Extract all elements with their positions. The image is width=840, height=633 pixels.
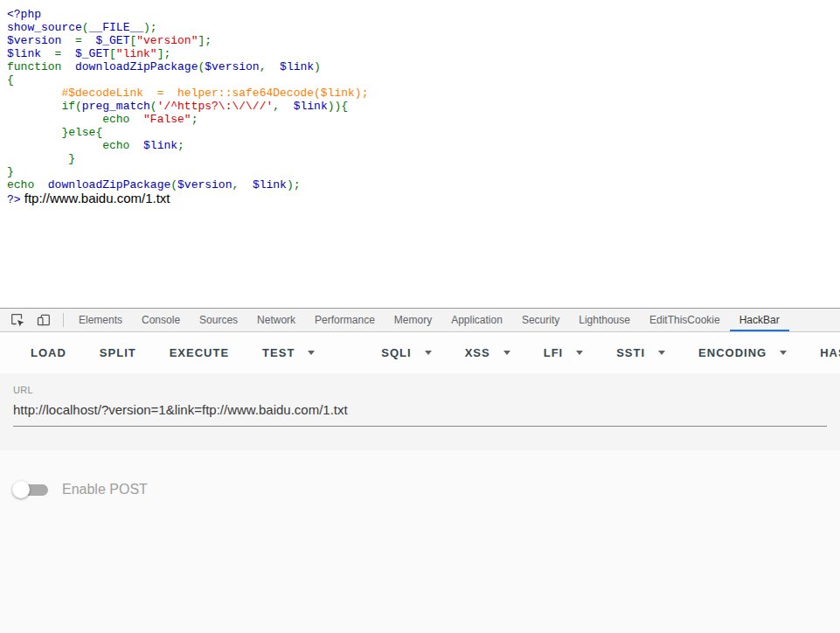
chevron-down-icon <box>308 351 315 355</box>
tab-lighthouse[interactable]: Lighthouse <box>569 309 640 331</box>
url-input[interactable] <box>13 395 827 427</box>
code-token: $_GET <box>75 47 109 60</box>
enable-post-toggle[interactable] <box>12 480 51 499</box>
php-source-code: <?php show_source(__FILE__); $version = … <box>7 8 840 206</box>
tab-security[interactable]: Security <box>512 309 569 331</box>
tab-network[interactable]: Network <box>247 309 305 331</box>
encoding-button[interactable]: ENCODING <box>698 346 787 359</box>
code-token: $version <box>7 34 75 47</box>
code-token: , <box>273 100 293 113</box>
code-token: ; <box>191 113 198 126</box>
device-toolbar-icon[interactable] <box>33 310 54 330</box>
toggle-knob <box>12 481 30 498</box>
code-token: = <box>75 34 95 47</box>
code-token: ]; <box>157 47 171 60</box>
browser-page-view: <?php show_source(__FILE__); $version = … <box>0 0 840 308</box>
code-token: "False" <box>143 113 191 126</box>
chevron-down-icon <box>503 351 510 355</box>
code-token: ( <box>150 100 157 113</box>
code-token: __FILE__ <box>89 21 143 34</box>
code-token: echo <box>7 113 143 126</box>
code-token: )){ <box>328 100 348 113</box>
button-label: SPLIT <box>100 346 136 359</box>
code-token: ]; <box>198 34 212 47</box>
button-label: TEST <box>262 346 295 359</box>
chevron-down-icon <box>658 351 665 355</box>
code-token: $link <box>7 47 55 60</box>
code-token: $link <box>253 178 287 191</box>
code-token: $link <box>294 100 328 113</box>
code-token: = <box>55 47 75 60</box>
execute-button[interactable]: EXECUTE <box>170 346 229 359</box>
code-token: downloadZipPackage <box>75 60 198 73</box>
code-token: #$decodeLink = helper::safe64Decode($lin… <box>7 87 368 100</box>
hackbar-toolbar: LOADSPLITEXECUTETESTSQLIXSSLFISSTIENCODI… <box>0 332 840 373</box>
tab-editthiscookie[interactable]: EditThisCookie <box>640 309 730 331</box>
code-token: ) <box>314 60 321 73</box>
code-token: { <box>7 73 14 87</box>
code-token: "link" <box>116 47 157 60</box>
enable-post-label: Enable POST <box>62 482 148 497</box>
code-token: ); <box>287 178 301 191</box>
code-token: } <box>7 165 14 178</box>
tab-performance[interactable]: Performance <box>305 309 385 331</box>
code-token: $link <box>280 60 314 73</box>
button-label: XSS <box>465 346 490 359</box>
chevron-down-icon <box>780 351 787 355</box>
tab-memory[interactable]: Memory <box>385 309 441 331</box>
button-label: ENCODING <box>698 346 767 359</box>
url-section: URL <box>0 373 840 450</box>
tab-application[interactable]: Application <box>441 309 512 331</box>
code-token: ( <box>170 178 177 191</box>
chevron-down-icon <box>425 351 432 355</box>
tabbar-separator <box>63 313 64 327</box>
code-token: <?php <box>7 8 41 21</box>
code-token: , <box>260 60 280 73</box>
code-token: echo <box>7 178 48 191</box>
code-token: ); <box>143 21 157 34</box>
code-token: '/^https?\:\/\//' <box>157 100 274 113</box>
devtools-tool-icons <box>0 309 58 331</box>
xss-button[interactable]: XSS <box>465 346 510 359</box>
tab-console[interactable]: Console <box>132 309 190 331</box>
chevron-down-icon <box>576 351 583 355</box>
tab-hackbar[interactable]: HackBar <box>730 309 789 331</box>
code-token: function <box>7 60 75 73</box>
code-token: echo <box>7 139 143 152</box>
devtools-tabbar: ElementsConsoleSourcesNetworkPerformance… <box>0 309 840 332</box>
split-button[interactable]: SPLIT <box>100 346 136 359</box>
code-token: $version <box>205 60 259 73</box>
sqli-button[interactable]: SQLI <box>381 346 431 359</box>
url-field-label: URL <box>13 385 827 395</box>
code-token: ( <box>82 21 89 34</box>
button-label: SQLI <box>381 346 411 359</box>
button-label: LFI <box>544 346 564 359</box>
code-token: ftp://www.baidu.com/1.txt <box>21 191 170 205</box>
load-button[interactable]: LOAD <box>31 346 66 359</box>
code-token: downloadZipPackage <box>48 178 170 191</box>
lfi-button[interactable]: LFI <box>544 346 584 359</box>
button-label: HASHING <box>820 346 840 359</box>
hashing-button[interactable]: HASHING <box>820 346 840 359</box>
devtools-panel: ElementsConsoleSourcesNetworkPerformance… <box>0 308 840 633</box>
tab-sources[interactable]: Sources <box>190 309 247 331</box>
button-label: SSTI <box>616 346 645 359</box>
tab-elements[interactable]: Elements <box>69 309 132 331</box>
code-token: "version" <box>136 34 198 47</box>
code-token: [ <box>109 47 116 60</box>
code-token: } <box>7 152 75 165</box>
code-token: ?> <box>7 193 21 206</box>
code-token: }else{ <box>7 126 102 139</box>
enable-post-row: Enable POST <box>12 480 840 499</box>
code-token: if( <box>7 100 82 113</box>
code-token: $version <box>177 178 232 191</box>
code-token: $link <box>143 139 177 152</box>
code-token: show_source <box>7 21 82 34</box>
code-token: preg_match <box>82 100 150 113</box>
test-button[interactable]: TEST <box>262 346 315 359</box>
button-label: LOAD <box>31 346 66 359</box>
inspect-element-icon[interactable] <box>7 310 28 330</box>
code-token: , <box>232 178 252 191</box>
ssti-button[interactable]: SSTI <box>616 346 665 359</box>
button-label: EXECUTE <box>170 346 229 359</box>
